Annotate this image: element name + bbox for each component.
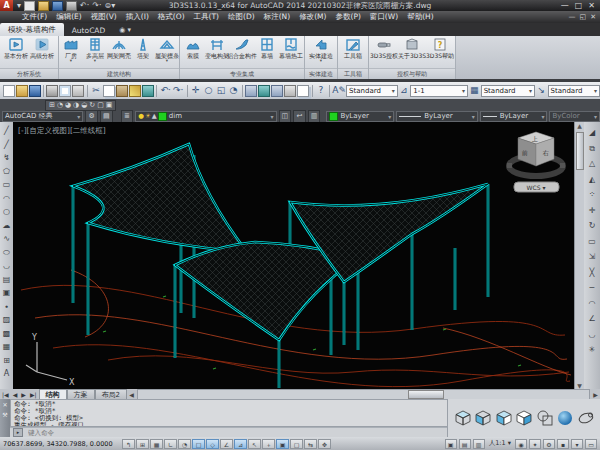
- menu-modify[interactable]: 修改(M): [299, 12, 326, 22]
- workspace-settings-icon[interactable]: ⚙: [85, 110, 98, 123]
- ucs-view-icon[interactable]: ◑: [73, 101, 79, 110]
- autoscale-icon[interactable]: ✦: [529, 439, 541, 449]
- free-orbit-icon[interactable]: [576, 408, 596, 428]
- polygon-tool-icon[interactable]: ⬠: [3, 165, 10, 179]
- array-tool-icon[interactable]: ⁘: [589, 187, 596, 203]
- tool-palettes-icon[interactable]: [271, 84, 283, 97]
- viewcube-wcs-label[interactable]: WCS ▾: [527, 184, 546, 191]
- toolbar-lock-icon[interactable]: ▪: [557, 439, 569, 449]
- viewcube-top-label[interactable]: 上: [531, 135, 538, 142]
- pan-icon[interactable]: ✛: [190, 84, 202, 97]
- layer-properties-icon[interactable]: ≣: [121, 110, 134, 123]
- menu-help[interactable]: 帮助(H): [407, 12, 434, 22]
- btn-3d3s-license[interactable]: 3D3S授权: [371, 37, 397, 59]
- mirror-tool-icon[interactable]: △: [589, 156, 595, 172]
- btn-3d3s-help[interactable]: ? 3D3S帮助: [427, 37, 453, 59]
- text-style-icon[interactable]: A✎: [333, 84, 346, 97]
- table-style-icon[interactable]: ▦: [469, 84, 481, 97]
- save-icon[interactable]: [52, 1, 63, 11]
- tab-nav-prev-icon[interactable]: ◀: [11, 391, 20, 398]
- quick-view-drawings-icon[interactable]: ▥: [473, 439, 485, 449]
- plot-preview-icon[interactable]: [59, 84, 71, 97]
- zoom-window-icon[interactable]: ◱: [215, 84, 227, 97]
- annotation-scale-button[interactable]: 人1:1 ▾: [487, 439, 513, 448]
- scale-tool-icon[interactable]: ▭: [588, 234, 596, 250]
- hatch-tool-icon[interactable]: ▨: [3, 313, 11, 327]
- quick-properties-toggle[interactable]: ▢: [290, 439, 303, 449]
- break-tool-icon[interactable]: ◠: [589, 296, 596, 312]
- zoom-previous-icon[interactable]: ◔: [228, 84, 240, 97]
- menu-draw[interactable]: 绘图(D): [228, 12, 255, 22]
- command-history[interactable]: 命令: *取消* 命令: *取消* 命令: <切换到: 模型> 重生成模型 - …: [10, 399, 447, 427]
- plot-icon[interactable]: [66, 1, 77, 11]
- btn-aluminium[interactable]: 铝合金构件: [230, 37, 254, 59]
- open-drawing-icon[interactable]: [16, 84, 28, 97]
- undo-icon[interactable]: ↶·: [80, 2, 89, 10]
- ellipse-tool-icon[interactable]: ⬭: [3, 246, 10, 260]
- viewcube-front-label[interactable]: 前: [521, 149, 528, 156]
- osnap-3d-toggle[interactable]: ◇: [206, 439, 219, 449]
- block-editor-icon[interactable]: [142, 84, 154, 97]
- layer-lock-icon[interactable]: ▲: [152, 112, 157, 120]
- menu-edit[interactable]: 编辑(E): [56, 12, 82, 22]
- btn-roof-purlin[interactable]: 屋架檩条▾: [156, 37, 178, 63]
- hscroll-right-arrow[interactable]: ▶: [591, 391, 600, 398]
- save-drawing-icon[interactable]: [29, 84, 41, 97]
- btn-curtainwall[interactable]: 幕墙: [256, 37, 278, 59]
- grid-toggle[interactable]: ▦: [150, 439, 163, 449]
- cut-icon[interactable]: ✂: [90, 84, 102, 97]
- line-tool-icon[interactable]: ╱: [4, 124, 9, 138]
- menu-view[interactable]: 视图(V): [91, 12, 117, 22]
- point-tool-icon[interactable]: ∙: [4, 300, 9, 314]
- doc-restore-button[interactable]: ◱: [580, 13, 587, 21]
- dim-style-combo[interactable]: 1-1▾: [410, 85, 468, 97]
- paste-icon[interactable]: [116, 84, 128, 97]
- revcloud-tool-icon[interactable]: ☁: [3, 219, 11, 233]
- btn-membrane[interactable]: 索膜: [182, 37, 204, 59]
- btn-basic-analysis[interactable]: 基本分析: [4, 37, 28, 59]
- table-tool-icon[interactable]: ⊞: [3, 354, 10, 368]
- ucs-face-icon[interactable]: ◕: [65, 101, 71, 110]
- arc-tool-icon[interactable]: ◠: [3, 192, 10, 206]
- sheetset-manager-icon[interactable]: [284, 84, 296, 97]
- tab-module[interactable]: 模块-幕墙构件: [0, 23, 64, 36]
- osnap-toggle[interactable]: □: [192, 439, 205, 449]
- snap-toggle[interactable]: ⊞: [136, 439, 149, 449]
- btn-solid-build[interactable]: 实体建造▾: [309, 37, 333, 63]
- workspace-switch-icon[interactable]: ⚙: [543, 439, 555, 449]
- spline-tool-icon[interactable]: ∿: [3, 232, 10, 246]
- properties-palette-icon[interactable]: [245, 84, 257, 97]
- otrack-toggle[interactable]: ∠: [220, 439, 233, 449]
- region-tool-icon[interactable]: ▦: [3, 340, 11, 354]
- rotate-tool-icon[interactable]: ↻: [589, 218, 596, 234]
- workspace-save-icon[interactable]: ▤: [100, 110, 113, 123]
- dim-style-icon[interactable]: ⊿: [398, 84, 410, 97]
- copy-icon[interactable]: [103, 84, 115, 97]
- viewport-controls-label[interactable]: [-][自定义视图][二维线框]: [18, 126, 106, 136]
- ucs-world-icon[interactable]: ⊞: [49, 101, 55, 110]
- annotation-monitor-toggle[interactable]: ✥: [318, 439, 331, 449]
- explode-tool-icon[interactable]: ✳: [589, 342, 596, 358]
- layer-states-icon[interactable]: ▥: [308, 110, 321, 123]
- tab-nav-first-icon[interactable]: |◀: [0, 391, 11, 398]
- redo-icon[interactable]: ↷·: [92, 2, 101, 10]
- mtext-tool-icon[interactable]: A: [4, 367, 9, 381]
- tab-scheme[interactable]: 方案: [67, 389, 95, 400]
- tab-layout2[interactable]: 布局2: [95, 389, 127, 400]
- btn-advanced-analysis[interactable]: 高级分析: [30, 37, 54, 59]
- new-icon[interactable]: [24, 1, 35, 11]
- polyline-tool-icon[interactable]: ↯: [3, 151, 10, 165]
- command-customize-icon[interactable]: ⚒: [2, 411, 7, 418]
- clean-screen-button[interactable]: ▭: [585, 439, 597, 449]
- tab-autocad[interactable]: AutoCAD: [64, 24, 114, 36]
- ellipse-arc-tool-icon[interactable]: ◡: [3, 259, 10, 273]
- copy-tool-icon[interactable]: ⧉: [589, 141, 595, 157]
- move-tool-icon[interactable]: ✛: [589, 203, 596, 219]
- xline-tool-icon[interactable]: ╱: [4, 138, 9, 152]
- command-close-icon[interactable]: ✕: [2, 401, 7, 408]
- btn-toolbox[interactable]: 工具箱: [342, 37, 364, 59]
- publish-icon[interactable]: [72, 84, 84, 97]
- status-menu-icon[interactable]: ▾: [571, 439, 583, 449]
- ortho-toggle[interactable]: ∟: [164, 439, 177, 449]
- logo-dropdown-icon[interactable]: ▾: [17, 2, 21, 10]
